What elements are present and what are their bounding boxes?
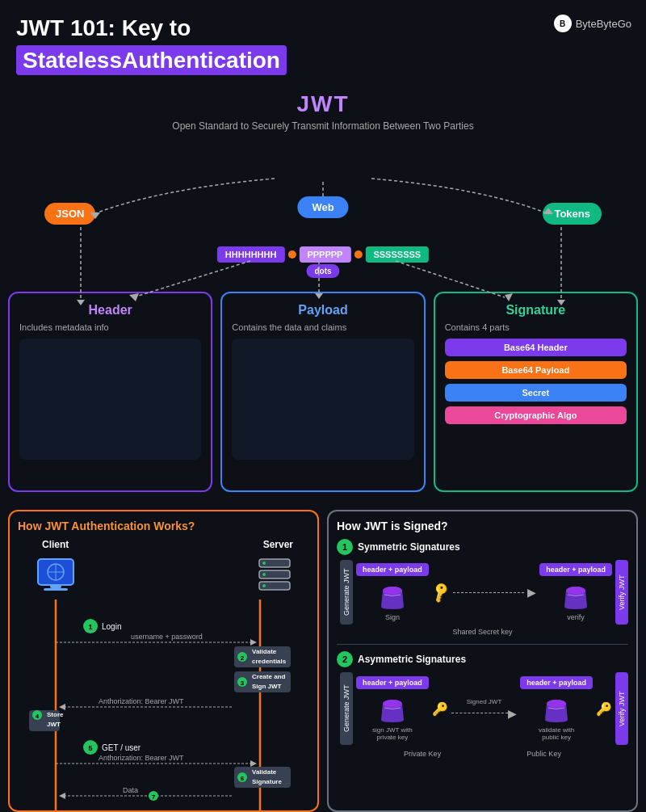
key-labels-row: Private Key Public Key xyxy=(337,750,628,758)
sym-hp-right: header + payload xyxy=(539,563,612,576)
svg-text:Data: Data xyxy=(123,786,138,794)
svg-text:Signature: Signature xyxy=(252,778,282,785)
public-key-icon: 🔑 xyxy=(596,701,612,717)
payload-box-inner xyxy=(232,339,413,460)
sig-part-base64-payload: Base64 Payload xyxy=(445,361,627,379)
asym-arrow-container: Signed JWT ▶ xyxy=(451,698,517,720)
payload-box-desc: Contains the data and claims xyxy=(232,322,413,332)
dots-badge: dots xyxy=(306,264,339,278)
asymmetric-row: Generate JWT header + payload sign JWT w… xyxy=(340,672,628,745)
bucket-icon-sym-left xyxy=(376,578,409,611)
svg-text:username + password: username + password xyxy=(131,633,203,641)
sym-hp-left: header + payload xyxy=(356,563,429,576)
asym-hp-left: header + payload xyxy=(356,676,429,689)
auth-diagram: Client Server xyxy=(18,539,309,812)
token-payload-part: PPPPPP xyxy=(299,246,350,263)
sym-sign-label: Sign xyxy=(385,613,400,621)
svg-text:GET / user: GET / user xyxy=(102,743,141,752)
dot2 xyxy=(354,250,362,259)
svg-text:Validate: Validate xyxy=(252,648,277,655)
sign-panel: How JWT is Signed? 1 Symmetric Signature… xyxy=(327,510,638,812)
signature-box-desc: Contains 4 parts xyxy=(445,322,627,332)
verify-jwt-label-sym: Verify JWT xyxy=(615,560,628,625)
token-signature-part: SSSSSSSS xyxy=(365,246,429,263)
svg-text:credentials: credentials xyxy=(252,658,287,665)
asym-sign-label: sign JWT withprivate key xyxy=(372,726,413,742)
svg-marker-65 xyxy=(59,793,65,799)
header-box-desc: Includes metadata info xyxy=(19,322,201,332)
boxes-row: Header Includes metadata info Payload Co… xyxy=(8,292,638,492)
signed-jwt-label: Signed JWT xyxy=(467,698,502,705)
jwt-title: JWT xyxy=(8,83,638,117)
symmetric-row: Generate JWT header + payload Sign 🔑 xyxy=(340,560,628,625)
svg-text:Sign JWT: Sign JWT xyxy=(252,683,282,690)
bucket-icon-asym-left xyxy=(376,692,409,724)
logo-icon: B xyxy=(554,15,572,32)
page-title: JWT 101: Key to StatelessAuthentication xyxy=(16,15,630,75)
symmetric-label: 1 Symmetric Signatures xyxy=(337,539,628,555)
badge-json: JSON xyxy=(44,203,95,225)
public-key-label: Public Key xyxy=(526,750,561,758)
svg-point-69 xyxy=(383,587,402,595)
svg-marker-33 xyxy=(250,639,257,646)
svg-text:7: 7 xyxy=(152,793,156,801)
header-box-inner xyxy=(19,339,201,460)
auth-panel: How JWT Authentication Works? Client Ser… xyxy=(8,510,319,812)
shared-secret-label: Shared Secret key xyxy=(337,628,628,636)
bottom-panels: How JWT Authentication Works? Client Ser… xyxy=(0,503,646,812)
auth-panel-title: How JWT Authentication Works? xyxy=(18,520,309,532)
token-row: HHHHHHHH PPPPPP SSSSSSSS xyxy=(217,246,429,263)
svg-text:JWT: JWT xyxy=(47,721,61,728)
badge-web: Web xyxy=(297,196,348,218)
sig-part-secret: Secret xyxy=(445,384,627,402)
asym-left-bucket: header + payload sign JWT withprivate ke… xyxy=(356,676,429,742)
svg-point-70 xyxy=(566,587,585,595)
asym-num: 2 xyxy=(337,651,353,667)
badge-tokens: Tokens xyxy=(543,203,602,225)
sign-diagram: 1 Symmetric Signatures Generate JWT head… xyxy=(337,539,628,797)
token-header-part: HHHHHHHH xyxy=(217,246,285,263)
sym-num: 1 xyxy=(337,539,353,555)
svg-point-71 xyxy=(383,700,402,708)
asymmetric-section: 2 Asymmetric Signatures Generate JWT hea… xyxy=(337,651,628,758)
svg-marker-57 xyxy=(250,760,257,767)
jwt-subtitle: Open Standard to Securely Transmit Infor… xyxy=(8,120,638,132)
payload-box-title: Payload xyxy=(232,303,413,318)
sign-panel-title: How JWT is Signed? xyxy=(337,520,628,532)
symmetric-section: 1 Symmetric Signatures Generate JWT head… xyxy=(337,539,628,636)
sym-arrow xyxy=(453,592,524,593)
sig-part-crypto-algo: Cryptographic Algo xyxy=(445,406,627,424)
divider xyxy=(337,644,628,645)
header-box: Header Includes metadata info xyxy=(8,292,212,492)
private-key-icon: 🔑 xyxy=(432,701,448,717)
svg-text:2: 2 xyxy=(241,654,245,662)
svg-text:Create and: Create and xyxy=(252,673,285,680)
svg-text:Anthorization: Bearer JWT: Anthorization: Bearer JWT xyxy=(99,697,184,705)
sym-right-bucket: header + payload verify xyxy=(539,563,612,621)
asym-validate-label: validate withpublic key xyxy=(539,726,574,742)
private-key-label: Private Key xyxy=(404,750,441,758)
auth-flow-svg: 1 Login username + password 2 Validate c… xyxy=(18,539,309,812)
logo: B ByteByteGo xyxy=(554,15,631,32)
svg-point-72 xyxy=(547,700,566,708)
svg-marker-46 xyxy=(59,704,65,710)
sym-key-icon: 🔑 xyxy=(429,580,453,604)
signature-parts: Base64 Header Base64 Payload Secret Cryp… xyxy=(445,339,627,424)
header-section: JWT 101: Key to StatelessAuthentication xyxy=(0,0,646,83)
jwt-diagram: JWT Open Standard to Securely Transmit I… xyxy=(0,83,646,503)
bucket-icon-sym-right xyxy=(560,578,592,611)
svg-text:3: 3 xyxy=(241,679,245,687)
sig-part-base64-header: Base64 Header xyxy=(445,339,627,356)
signature-box-title: Signature xyxy=(445,303,627,318)
svg-text:6: 6 xyxy=(241,775,245,782)
asym-hp-right: header + payload xyxy=(520,676,593,689)
generate-jwt-label-asym: Generate JWT xyxy=(340,672,353,745)
asym-right-bucket: header + payload validate withpublic key xyxy=(520,676,593,742)
svg-text:Login: Login xyxy=(102,622,121,631)
header-box-title: Header xyxy=(19,303,201,318)
generate-jwt-label-sym: Generate JWT xyxy=(340,560,353,625)
svg-text:1: 1 xyxy=(88,623,92,631)
sym-verify-label: verify xyxy=(567,613,585,621)
payload-box: Payload Contains the data and claims xyxy=(220,292,425,492)
logo-text: ByteByteGo xyxy=(576,18,631,30)
